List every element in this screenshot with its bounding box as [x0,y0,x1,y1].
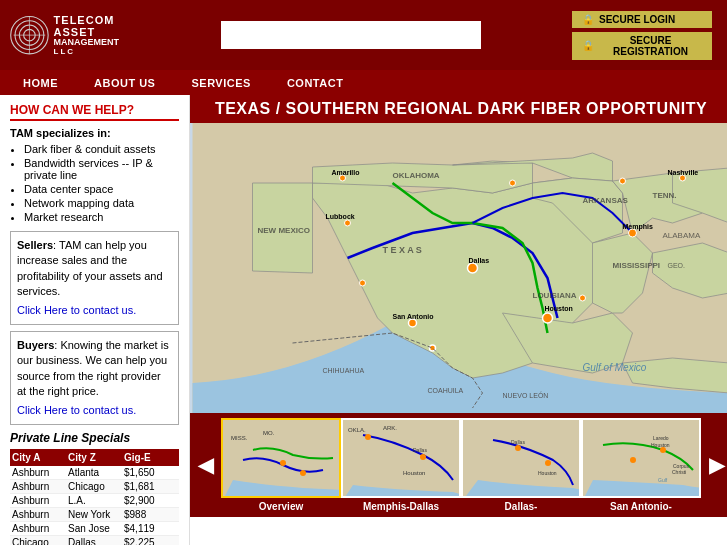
sidebar: HOW CAN WE HELP? TAM specializes in: Dar… [0,95,190,545]
sidebar-divider [10,119,179,121]
list-item: Dark fiber & conduit assets [24,143,179,155]
svg-text:MO.: MO. [263,430,275,436]
buyers-section: Buyers: Knowing the market is our busine… [10,331,179,425]
svg-text:Amarillo: Amarillo [332,169,360,176]
sanantonio-dot [409,319,417,327]
sellers-section: Sellers: TAM can help you increase sales… [10,231,179,325]
nav-home[interactable]: HOME [5,70,76,95]
svg-text:LOUISIANA: LOUISIANA [533,291,577,300]
col-city-z-header: City Z [66,451,122,464]
svg-text:NUEVO LEÓN: NUEVO LEÓN [503,391,549,399]
svg-text:Dallas: Dallas [511,439,525,445]
col-city-a-header: City A [10,451,66,464]
buyers-contact-link[interactable]: Click Here to contact us. [17,403,172,418]
svg-point-12 [580,295,586,301]
thumb-san-antonio-label: San Antonio- [610,501,672,512]
svg-text:OKLAHOMA: OKLAHOMA [393,171,440,180]
thumb-overview-label: Overview [259,501,303,512]
tam-subtitle: TAM specializes in: [10,127,179,139]
navbar: HOME ABOUT US SERVICES CONTACT [0,70,727,95]
nav-about[interactable]: ABOUT US [76,70,173,95]
thumb-san-antonio[interactable]: Houston Laredo Corpus Christi Gulf San A… [581,418,701,512]
svg-point-9 [345,220,351,226]
svg-text:Gulf of Mexico: Gulf of Mexico [583,362,647,373]
map-svg: Dallas Houston San Antonio Memphis Nashv… [190,123,727,413]
svg-text:COAHUILA: COAHUILA [428,387,464,394]
thumb-memphis-dallas-label: Memphis-Dallas [363,501,439,512]
svg-text:ARKANSAS: ARKANSAS [583,196,629,205]
table-row: AshburnSan Jose$4,119 [10,522,179,536]
svg-point-8 [510,180,516,186]
svg-text:CHIHUAHUA: CHIHUAHUA [323,367,365,374]
thumb-memphis-dallas[interactable]: OKLA. ARK. Dallas Houston Memphis-Dallas [341,418,461,512]
svg-point-42 [365,434,371,440]
main-map: Dallas Houston San Antonio Memphis Nashv… [190,123,727,413]
thumb-overview[interactable]: MISS. MO. Overview [221,418,341,512]
table-row: AshburnNew York$988 [10,508,179,522]
sellers-contact-link[interactable]: Click Here to contact us. [17,303,172,318]
list-item: Market research [24,211,179,223]
svg-text:Houston: Houston [651,442,670,448]
secure-login-button[interactable]: 🔒 SECURE LOGIN [572,11,712,28]
search-input[interactable] [221,21,481,49]
svg-text:ALABAMA: ALABAMA [663,231,701,240]
list-item: Bandwidth services -- IP & private line [24,157,179,181]
thumb-memphis-dallas-img: OKLA. ARK. Dallas Houston [341,418,461,498]
svg-point-38 [300,470,306,476]
lock-icon-2: 🔒 [582,40,594,51]
thumbnail-strip: ◀ MISS. MO. Overview [190,413,727,517]
next-arrow[interactable]: ▶ [701,453,727,477]
svg-text:Christi: Christi [672,469,686,475]
logo-area: TELECOM ASSET MANAGEMENT LLC [10,5,130,65]
svg-point-50 [545,460,551,466]
main-content: HOW CAN WE HELP? TAM specializes in: Dar… [0,95,727,545]
svg-text:San Antonio: San Antonio [393,313,434,320]
svg-point-43 [420,454,426,460]
secure-login-label: SECURE LOGIN [599,14,675,25]
auth-buttons: 🔒 SECURE LOGIN 🔒 SECURE REGISTRATION [572,11,712,60]
svg-text:Houston: Houston [545,305,573,312]
svg-text:Nashville: Nashville [668,169,699,176]
svg-point-13 [620,178,626,184]
secure-registration-button[interactable]: 🔒 SECURE REGISTRATION [572,32,712,60]
price-table: AshburnAtlanta$1,650 AshburnChicago$1,68… [10,466,179,545]
svg-text:T E X A S: T E X A S [383,245,422,255]
map-title: TEXAS / SOUTHERN REGIONAL DARK FIBER OPP… [190,95,727,123]
prev-arrow[interactable]: ◀ [190,453,221,477]
svg-point-37 [280,460,286,466]
svg-point-11 [629,229,637,237]
search-area [130,21,572,49]
svg-text:Gulf: Gulf [658,477,668,483]
table-header: City A City Z Gig-E [10,449,179,466]
svg-text:MISSISSIPPI: MISSISSIPPI [613,261,661,270]
list-item: Data center space [24,183,179,195]
svg-text:Dallas: Dallas [469,257,490,264]
thumb-dallas[interactable]: Dallas Houston Dallas- [461,418,581,512]
logo-text: TELECOM ASSET MANAGEMENT LLC [54,14,130,57]
secure-registration-label: SECURE REGISTRATION [599,35,702,57]
nav-contact[interactable]: CONTACT [269,70,361,95]
dallas-dot [468,263,478,273]
thumb-san-antonio-img: Houston Laredo Corpus Christi Gulf [581,418,701,498]
nav-services[interactable]: SERVICES [173,70,268,95]
buyers-label: Buyers [17,339,54,351]
header: TELECOM ASSET MANAGEMENT LLC 🔒 SECURE LO… [0,0,727,70]
svg-text:MISS.: MISS. [231,435,248,441]
logo-icon [10,8,50,63]
table-row: ChicagoDallas$2,225 [10,536,179,545]
thumb-dallas-img: Dallas Houston [461,418,581,498]
thumb-overview-img: MISS. MO. [221,418,341,498]
sellers-label: Sellers [17,239,53,251]
svg-text:Dallas: Dallas [413,447,427,453]
table-row: AshburnL.A.$2,900 [10,494,179,508]
svg-text:NEW MEXICO: NEW MEXICO [258,226,310,235]
thumb-dallas-label: Dallas- [505,501,538,512]
svg-text:GEO.: GEO. [668,262,686,269]
how-can-we-help-title: HOW CAN WE HELP? [10,103,179,117]
svg-text:OKLA.: OKLA. [348,427,366,433]
svg-point-49 [515,445,521,451]
svg-point-55 [630,457,636,463]
table-row: AshburnChicago$1,681 [10,480,179,494]
tam-specialties-list: Dark fiber & conduit assets Bandwidth se… [10,143,179,223]
svg-text:Memphis: Memphis [623,223,653,231]
